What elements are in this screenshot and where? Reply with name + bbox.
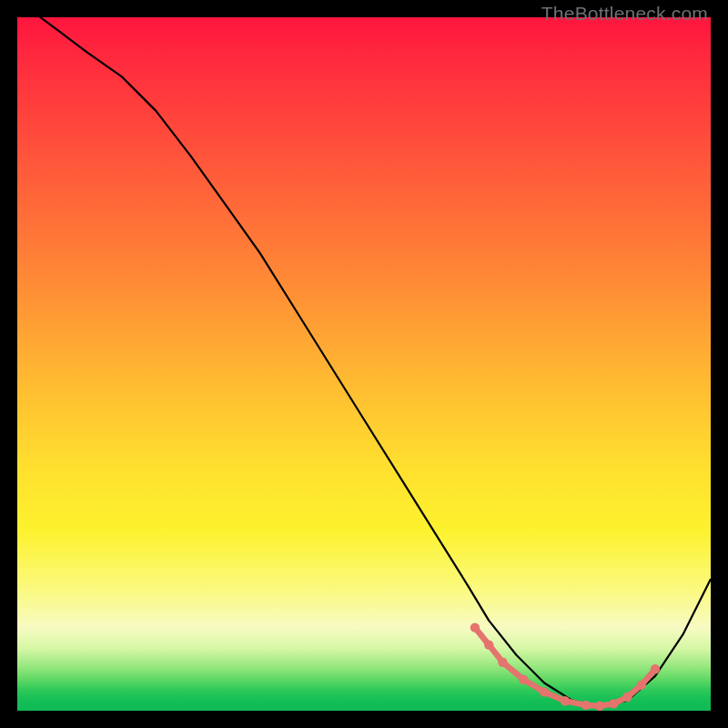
highlight-dot [540, 687, 549, 696]
highlight-dot [519, 675, 528, 684]
highlight-dots [470, 622, 661, 711]
highlight-dot [637, 681, 646, 690]
highlight-dot [498, 658, 507, 667]
highlight-dot [651, 664, 660, 673]
highlight-dot [622, 693, 632, 702]
watermark-text: TheBottleneck.com [541, 3, 708, 25]
chart-frame: TheBottleneck.com [0, 0, 728, 728]
highlight-dot [470, 622, 480, 632]
chart-plot-area [17, 17, 711, 711]
highlight-dot [484, 640, 493, 649]
highlight-dot [595, 702, 604, 711]
highlight-dot [561, 696, 570, 705]
chart-svg [17, 17, 711, 711]
highlight-dot [581, 701, 591, 710]
highlight-dot [609, 699, 618, 708]
bottleneck-curve [31, 10, 711, 707]
